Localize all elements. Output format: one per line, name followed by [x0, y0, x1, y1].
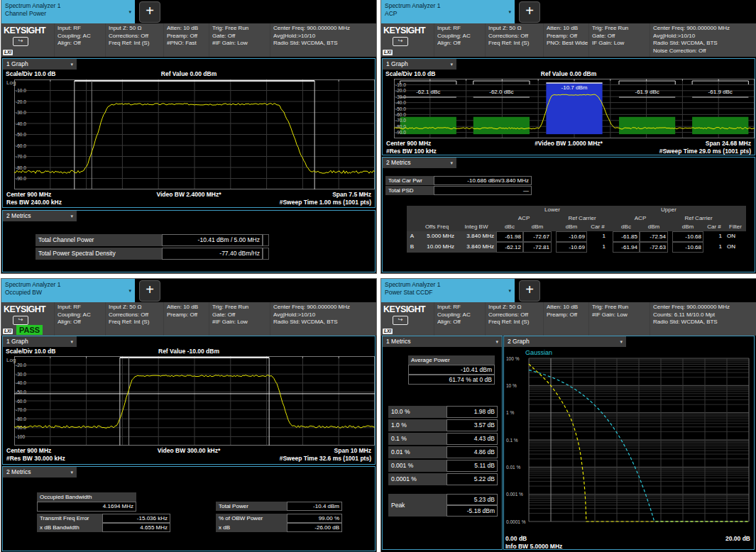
tab-analyzer-name: Spectrum Analyzer 1: [5, 281, 131, 289]
metric-value: -77.40 dBm/Hz: [162, 248, 263, 260]
measurement-tab[interactable]: Spectrum Analyzer 1 Occupied BW ▾: [1, 279, 135, 302]
xdb-value: -26.00 dB: [287, 523, 342, 532]
pct-value: 5.11 dB: [447, 460, 498, 472]
settings-col-input[interactable]: Input: RF Coupling: AC Align: Off: [54, 302, 105, 336]
channel-power-graph[interactable]: -10.0-20.0-30.0-40.0-50.0-60.0-70.0-80.0…: [14, 79, 375, 189]
subhead-ref-carrier: Ref Carrier: [672, 214, 725, 223]
chevron-down-icon: ▾: [70, 211, 73, 221]
tab-analyzer-name: Spectrum Analyzer 1: [385, 281, 511, 289]
settings-col-trigger[interactable]: Trig: Free Run Gate: Off #IF Gain: Low: [209, 302, 270, 336]
measurement-tab[interactable]: Spectrum Analyzer 1 Power Stat CCDF ▾: [381, 279, 515, 302]
metric-label: Total Power Spectral Density: [35, 248, 162, 260]
ccdf-metrics-window: 1 Metrics ▾ Average Power -10.41 dBm 61.…: [382, 336, 503, 550]
pct-label: 0.0001 %: [388, 473, 447, 485]
video-bw-annotation: Video BW 300.00 kHz*: [3, 447, 375, 454]
settings-col-atten[interactable]: Atten: 10 dB Preamp: Off PNO: Best Wide: [543, 23, 588, 57]
measurement-tab[interactable]: Spectrum Analyzer 1 Channel Power ▾: [1, 0, 135, 23]
lxi-badge: LXI: [383, 329, 393, 334]
total-power-value: -10.4 dBm: [287, 502, 342, 511]
add-measurement-button[interactable]: +: [519, 1, 540, 23]
svg-text:-70.0: -70.0: [16, 407, 26, 412]
add-measurement-button[interactable]: +: [519, 280, 540, 302]
total-car-pwr-label: Total Car Pwr: [385, 176, 434, 185]
chevron-down-icon: ▾: [450, 59, 453, 70]
pct-value: 5.22 dB: [447, 473, 498, 485]
occupied-bw-graph[interactable]: -20.0-30.0-40.0-50.0-60.0-70.0-80.0-90.0…: [14, 356, 375, 446]
tab-measurement-name: ACP: [385, 10, 511, 18]
col-filter: Filter: [725, 223, 746, 231]
graph-pane-selector[interactable]: 2 Graph ▾: [504, 336, 626, 347]
settings-col-atten[interactable]: Atten: 10 dB Preamp: Off: [163, 302, 209, 336]
settings-bar: KEYSIGHT ↪ LXI Input: RF Coupling: AC Al…: [381, 302, 756, 336]
settings-col-atten[interactable]: Atten: 10 dB Preamp: Off: [543, 302, 588, 336]
tab-measurement-name: Power Stat CCDF: [385, 289, 511, 297]
metrics-pane-selector[interactable]: 1 Metrics ▾: [383, 336, 502, 347]
svg-text:-20.0: -20.0: [395, 88, 406, 93]
chevron-down-icon: ▾: [450, 158, 453, 168]
col-dbc: dBc: [613, 223, 640, 231]
settings-col-trigger[interactable]: Trig: Free Run Gate: Off IF Gain: Low: [588, 23, 650, 57]
metrics-pane-selector[interactable]: 2 Metrics ▾: [3, 211, 77, 221]
add-measurement-button[interactable]: +: [139, 280, 160, 302]
avg-power-label: Average Power: [408, 355, 495, 365]
tab-analyzer-name: Spectrum Analyzer 1: [385, 2, 511, 10]
graph-pane-selector[interactable]: 1 Graph ▾: [383, 59, 456, 70]
panel-occupied-bw: Spectrum Analyzer 1 Occupied BW ▾ + KEYS…: [1, 279, 376, 552]
pct-label: 1.0 %: [388, 419, 447, 431]
metrics-pane-selector[interactable]: 2 Metrics ▾: [3, 467, 77, 478]
settings-bar: KEYSIGHT ↪ LXI Input: RF Coupling: AC Al…: [1, 23, 376, 57]
settings-col-input[interactable]: Input: RF Coupling: AC Align: Off: [434, 302, 485, 336]
keysight-logo: KEYSIGHT: [381, 23, 434, 35]
screen-capture-icon[interactable]: ↪: [13, 37, 28, 46]
peak-dbm-value: -5.18 dBm: [447, 505, 498, 517]
total-car-pwr-value: -10.686 dBm/3.840 MHz: [434, 176, 532, 185]
settings-col-trigger[interactable]: Trig: Free Run #IF Gain: Low: [588, 302, 650, 336]
panel-channel-power: Spectrum Analyzer 1 Channel Power ▾ + KE…: [1, 0, 376, 273]
chevron-down-icon: ▾: [508, 9, 511, 15]
ref-value-label: Ref Value -10.00 dBm: [3, 348, 375, 355]
screen-capture-icon[interactable]: ↪: [393, 316, 408, 325]
chevron-down-icon: ▾: [508, 288, 511, 294]
lxi-badge: LXI: [3, 50, 13, 55]
settings-col-input[interactable]: Input: RF Coupling: AC Align: Off: [54, 23, 105, 57]
settings-col-freq[interactable]: Center Freq: 900.000000 MHz Avg|Hold:>10…: [270, 302, 376, 336]
chevron-down-icon: ▾: [620, 336, 623, 347]
total-psd-value: —: [434, 186, 532, 195]
subhead-acp: ACP: [613, 214, 668, 223]
measurement-tab[interactable]: Spectrum Analyzer 1 ACP ▾: [381, 0, 515, 23]
chevron-down-icon: ▾: [128, 9, 131, 15]
screen-capture-icon[interactable]: ↪: [393, 37, 408, 46]
settings-col-freq[interactable]: Center Freq: 900.000000 MHz Avg|Hold:>10…: [650, 23, 756, 57]
settings-col-impedance[interactable]: Input Z: 50 Ω Corrections: Off Freq Ref:…: [105, 302, 163, 336]
settings-col-impedance[interactable]: Input Z: 50 Ω Corrections: Off Freq Ref:…: [105, 23, 163, 57]
acp-graph[interactable]: -62.1 dBc-62.0 dBc-61.9 dBc-61.9 dBc-10.…: [394, 79, 755, 138]
settings-col-input[interactable]: Input: RF Coupling: AC Align: Off: [434, 23, 485, 57]
screen-capture-icon[interactable]: ↪: [13, 316, 28, 325]
col-dbm: dBm: [556, 223, 587, 231]
metrics-pane-selector[interactable]: 2 Metrics ▾: [383, 158, 456, 168]
svg-text:-10.0: -10.0: [16, 88, 26, 93]
row-label: A: [407, 231, 417, 242]
svg-text:-60.0: -60.0: [395, 112, 406, 117]
settings-col-trigger[interactable]: Trig: Free Run Gate: Off #IF Gain: Low: [209, 23, 270, 57]
peak-db-value: 5.23 dB: [447, 494, 498, 505]
settings-col-freq[interactable]: Center Freq: 900.000000 MHz Counts: 6.11…: [650, 302, 756, 336]
graph-pane-selector[interactable]: 1 Graph ▾: [3, 336, 77, 347]
span-annotation: Span 7.5 MHz: [332, 191, 371, 198]
pct-label: 10.0 %: [388, 406, 447, 418]
add-measurement-button[interactable]: +: [139, 1, 160, 23]
chevron-down-icon: ▾: [128, 288, 131, 294]
settings-col-impedance[interactable]: Input Z: 50 Ω Corrections: Off Freq Ref:…: [485, 302, 543, 336]
settings-col-impedance[interactable]: Input Z: 50 Ω Corrections: Off Freq Ref:…: [485, 23, 543, 57]
x-axis-max-label: 20.00 dB: [725, 535, 750, 542]
settings-col-atten[interactable]: Atten: 10 dB Preamp: Off #PNO: Fast: [163, 23, 209, 57]
row-label: B: [407, 242, 417, 253]
col-integ-bw: Integ BW: [456, 223, 496, 231]
svg-text:-90.0: -90.0: [16, 176, 26, 181]
svg-text:0.1 %: 0.1 %: [506, 438, 518, 443]
settings-col-freq[interactable]: Center Freq: 900.000000 MHz Avg|Hold:>10…: [270, 23, 376, 57]
ccdf-graph[interactable]: 100 %10 %1 %0.1 %0.01 %0.001 %0.0001 %: [505, 347, 753, 534]
graph-pane-selector[interactable]: 1 Graph ▾: [3, 59, 77, 70]
svg-text:0.01 %: 0.01 %: [506, 465, 520, 470]
xdb-bw-label: x dB Bandwidth: [37, 523, 102, 532]
